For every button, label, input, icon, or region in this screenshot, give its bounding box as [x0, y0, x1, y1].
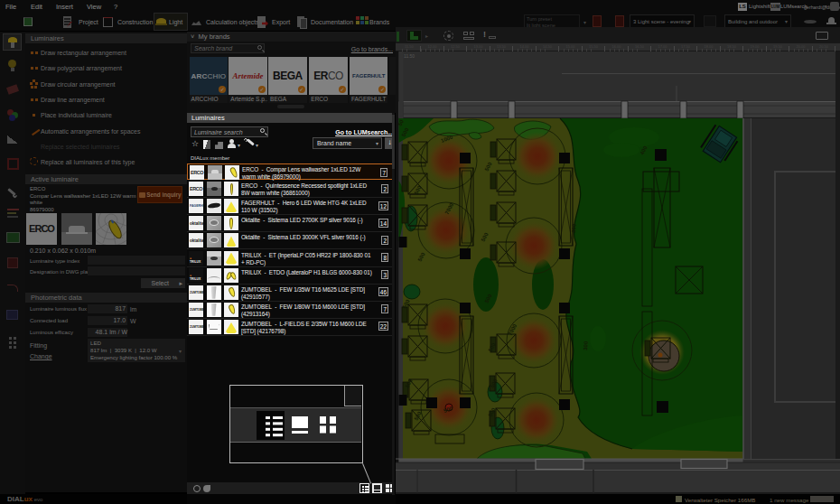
svg-text:300: 300: [571, 223, 577, 233]
svg-text:11.50: 11.50: [404, 53, 415, 59]
svg-text:300: 300: [583, 341, 589, 350]
